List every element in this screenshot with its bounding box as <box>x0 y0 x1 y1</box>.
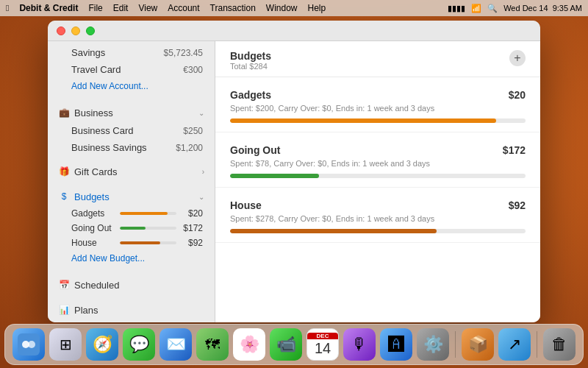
dock-safari[interactable]: 🧭 <box>86 328 118 361</box>
dock-facetime[interactable]: 📹 <box>270 328 302 361</box>
scheduled-header[interactable]: 📅 Scheduled <box>48 275 215 294</box>
gadgets-progress-container <box>230 118 526 123</box>
dock: ⊞ 🧭 💬 ✉️ 🗺 🌸 📹 DEC 14 🎙 🅰 ⚙️ 📦 ↗ 🗑 <box>4 324 584 365</box>
gadgets-progress-bar <box>230 118 496 123</box>
going-out-name: Going Out <box>230 144 280 156</box>
plans-header[interactable]: 📊 Plans <box>48 300 215 319</box>
gadgets-meta: Spent: $200, Carry Over: $0, Ends in: 1 … <box>230 104 526 113</box>
sidebar-budget-house[interactable]: House $92 <box>48 236 215 250</box>
dock-podcasts[interactable]: 🎙 <box>343 328 376 361</box>
business-group-header[interactable]: 💼 Business ⌄ <box>48 103 215 122</box>
dock-photos[interactable]: 🌸 <box>233 328 265 361</box>
going-out-amount: $172 <box>503 144 526 156</box>
detail-pane: Budgets Total $284 + Gadgets $20 Spent: … <box>215 41 540 322</box>
apple-menu[interactable]:  <box>6 3 9 13</box>
detail-content: Gadgets $20 Spent: $200, Carry Over: $0,… <box>215 77 540 322</box>
house-name: House <box>230 199 262 211</box>
dock-mail[interactable]: ✉️ <box>159 328 192 361</box>
search-icon[interactable]: 🔍 <box>487 4 498 13</box>
house-progress-container <box>230 229 526 233</box>
wifi-icon: 📶 <box>471 4 481 13</box>
main-content: Savings $5,723.45 Travel Card €300 Add N… <box>48 41 540 322</box>
transaction-menu[interactable]: Transaction <box>210 3 256 13</box>
window-menu[interactable]: Window <box>266 3 298 13</box>
plans-section: 📊 Plans <box>48 297 215 322</box>
gift-cards-chevron-icon: › <box>202 168 204 176</box>
add-account-link[interactable]: Add New Account... <box>48 78 215 97</box>
dock-settings[interactable]: ⚙️ <box>417 328 449 361</box>
detail-subtitle: Total $284 <box>230 62 271 71</box>
dock-arrow[interactable]: ↗ <box>498 328 531 361</box>
gadgets-bar <box>120 212 168 215</box>
sidebar-item-savings[interactable]: Savings $5,723.45 <box>48 44 215 61</box>
business-section: 💼 Business ⌄ Business Card $250 Business… <box>48 100 215 159</box>
add-budget-link[interactable]: Add New Budget... <box>48 250 215 269</box>
sidebar-item-travel-card[interactable]: Travel Card €300 <box>48 61 215 78</box>
scheduled-icon: 📅 <box>58 279 70 291</box>
maximize-button[interactable] <box>86 26 95 35</box>
menubar:  Debit & Credit File Edit View Account … <box>0 0 588 16</box>
edit-menu[interactable]: Edit <box>113 3 129 13</box>
file-menu[interactable]: File <box>88 3 102 13</box>
budgets-header[interactable]: $ Budgets ⌄ <box>48 187 215 206</box>
house-progress-bar <box>230 229 437 233</box>
house-bar <box>120 241 160 244</box>
going-out-bar-container <box>120 227 176 230</box>
dock-separator <box>455 331 456 358</box>
dock-box[interactable]: 📦 <box>462 328 494 361</box>
titlebar <box>48 21 540 41</box>
app-window: Savings $5,723.45 Travel Card €300 Add N… <box>48 21 540 322</box>
going-out-progress-container <box>230 174 526 178</box>
dock-separator-2 <box>537 331 537 358</box>
dock-finder[interactable] <box>12 328 45 361</box>
gadgets-bar-container <box>120 212 176 215</box>
budget-card-house[interactable]: House $92 Spent: $278, Carry Over: $0, E… <box>215 188 540 243</box>
sidebar-budget-gadgets[interactable]: Gadgets $20 <box>48 206 215 221</box>
sidebar-budget-going-out[interactable]: Going Out $172 <box>48 221 215 236</box>
close-button[interactable] <box>57 26 65 35</box>
budget-card-gadgets[interactable]: Gadgets $20 Spent: $200, Carry Over: $0,… <box>215 77 540 132</box>
add-budget-button[interactable]: + <box>509 50 526 66</box>
detail-header: Budgets Total $284 + <box>215 41 540 77</box>
dock-trash[interactable]: 🗑 <box>543 328 576 361</box>
dock-messages[interactable]: 💬 <box>123 328 155 361</box>
help-menu[interactable]: Help <box>308 3 326 13</box>
minimize-button[interactable] <box>71 26 80 35</box>
house-amount: $92 <box>509 199 526 211</box>
view-menu[interactable]: View <box>138 3 157 13</box>
going-out-meta: Spent: $78, Carry Over: $0, Ends in: 1 w… <box>230 159 526 168</box>
detail-title: Budgets <box>230 50 271 62</box>
budgets-icon: $ <box>58 191 70 202</box>
app-menu[interactable]: Debit & Credit <box>19 3 78 13</box>
gift-cards-header[interactable]: 🎁 Gift Cards › <box>48 162 215 181</box>
house-meta: Spent: $278, Carry Over: $0, Ends in: 1 … <box>230 214 526 223</box>
gadgets-name: Gadgets <box>230 89 271 101</box>
gift-cards-section: 🎁 Gift Cards › <box>48 159 215 184</box>
dock-maps[interactable]: 🗺 <box>196 328 229 361</box>
svg-point-2 <box>28 341 35 348</box>
battery-icon: ▮▮▮▮ <box>448 4 465 13</box>
account-menu[interactable]: Account <box>168 3 199 13</box>
gadgets-amount: $20 <box>509 89 526 101</box>
going-out-bar <box>120 227 146 230</box>
going-out-progress-bar <box>230 174 319 178</box>
sidebar-item-business-card[interactable]: Business Card $250 <box>48 122 215 139</box>
budgets-section: $ Budgets ⌄ Gadgets $20 Going Out <box>48 184 215 272</box>
business-icon: 💼 <box>58 107 70 118</box>
dock-launchpad[interactable]: ⊞ <box>49 328 82 361</box>
scheduled-section: 📅 Scheduled <box>48 272 215 297</box>
sidebar-item-business-savings[interactable]: Business Savings $1,200 <box>48 139 215 156</box>
plans-icon: 📊 <box>58 304 70 316</box>
gift-cards-icon: 🎁 <box>58 166 70 177</box>
budgets-chevron-icon: ⌄ <box>198 193 204 201</box>
accounts-section: Savings $5,723.45 Travel Card €300 Add N… <box>48 41 215 100</box>
datetime-display: Wed Dec 14 9:35 AM <box>503 4 582 13</box>
budget-card-going-out[interactable]: Going Out $172 Spent: $78, Carry Over: $… <box>215 132 540 188</box>
business-chevron-icon: ⌄ <box>198 109 204 117</box>
sidebar: Savings $5,723.45 Travel Card €300 Add N… <box>48 41 215 322</box>
dock-appstore[interactable]: 🅰 <box>380 328 412 361</box>
house-bar-container <box>120 241 176 244</box>
dock-calendar[interactable]: DEC 14 <box>306 328 339 361</box>
